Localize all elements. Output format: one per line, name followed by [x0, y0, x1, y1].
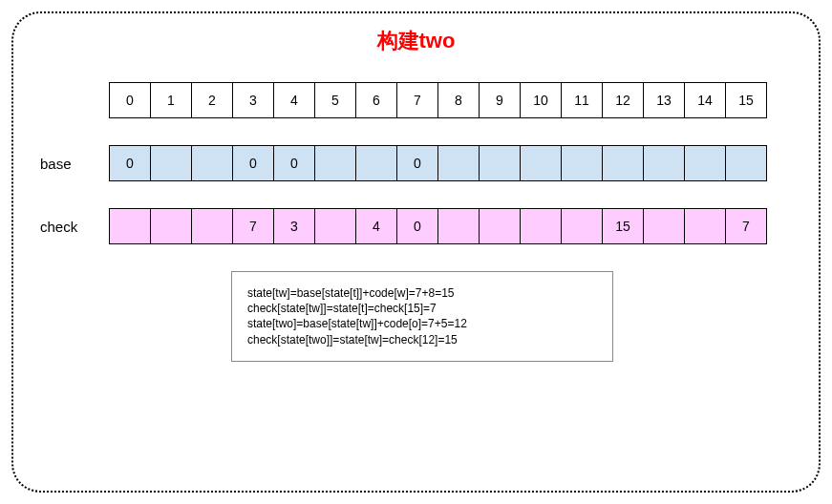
- base-array: 0000: [109, 145, 767, 181]
- array-cell: 14: [684, 82, 726, 118]
- array-cell: 4: [273, 82, 315, 118]
- array-cell: [150, 145, 192, 181]
- array-cell: 7: [396, 82, 438, 118]
- array-cell: 9: [479, 82, 521, 118]
- calc-line: check[state[two]]=state[tw]=check[12]=15: [247, 332, 597, 347]
- array-cell: [725, 145, 767, 181]
- array-cell: 0: [232, 145, 274, 181]
- array-cell: 7: [232, 208, 274, 244]
- array-cell: 15: [602, 208, 644, 244]
- array-cell: [437, 145, 480, 181]
- base-label: base: [40, 156, 109, 172]
- calc-line: state[two]=base[state[tw]]+code[o]=7+5=1…: [247, 316, 597, 331]
- array-cell: [191, 145, 233, 181]
- check-array: 7340157: [109, 208, 767, 244]
- array-cell: [561, 208, 603, 244]
- array-cell: [109, 208, 151, 244]
- array-cell: 6: [355, 82, 397, 118]
- array-cell: 12: [602, 82, 644, 118]
- array-cell: 5: [314, 82, 356, 118]
- array-cell: 13: [643, 82, 685, 118]
- array-cell: 3: [232, 82, 274, 118]
- array-cell: [437, 208, 480, 244]
- array-cell: [314, 145, 356, 181]
- diagram-frame: 构建two 0123456789101112131415 base 0000 c…: [11, 11, 821, 493]
- array-cell: 3: [273, 208, 315, 244]
- array-cell: [314, 208, 356, 244]
- check-label: check: [40, 219, 109, 235]
- array-cell: [355, 145, 397, 181]
- array-cell: [643, 208, 685, 244]
- array-cell: 4: [355, 208, 397, 244]
- array-cell: [643, 145, 685, 181]
- array-cell: 0: [273, 145, 315, 181]
- array-cell: [520, 145, 562, 181]
- array-cell: [602, 145, 644, 181]
- array-cell: [684, 145, 726, 181]
- index-array: 0123456789101112131415: [109, 82, 767, 118]
- array-cell: [520, 208, 562, 244]
- array-cell: [479, 208, 521, 244]
- page-title: 构建two: [40, 27, 792, 55]
- calculation-box: state[tw]=base[state[t]]+code[w]=7+8=15c…: [231, 271, 613, 362]
- array-cell: 8: [437, 82, 480, 118]
- array-cell: 7: [725, 208, 767, 244]
- calc-line: check[state[tw]]=state[t]=check[15]=7: [247, 301, 597, 316]
- array-cell: 0: [396, 208, 438, 244]
- array-cell: 1: [150, 82, 192, 118]
- calc-line: state[tw]=base[state[t]]+code[w]=7+8=15: [247, 285, 597, 301]
- array-cell: 11: [561, 82, 603, 118]
- array-cell: 0: [396, 145, 438, 181]
- array-cell: 0: [109, 82, 151, 118]
- array-cell: 10: [520, 82, 562, 118]
- array-cell: [479, 145, 521, 181]
- array-cell: [561, 145, 603, 181]
- array-cell: 2: [191, 82, 233, 118]
- array-cell: [191, 208, 233, 244]
- check-row: check 7340157: [40, 208, 792, 244]
- array-cell: 0: [109, 145, 151, 181]
- array-cell: [684, 208, 726, 244]
- array-cell: [150, 208, 192, 244]
- array-cell: 15: [725, 82, 767, 118]
- index-row: 0123456789101112131415: [40, 82, 792, 118]
- base-row: base 0000: [40, 145, 792, 181]
